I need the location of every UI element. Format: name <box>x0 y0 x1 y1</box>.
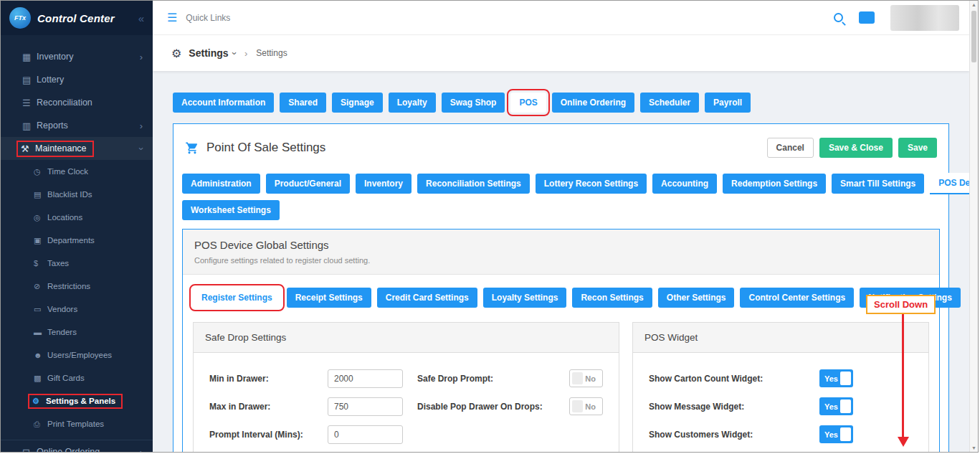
save-and-close-button[interactable]: Save & Close <box>819 138 893 158</box>
tab-pos[interactable]: POS <box>510 93 546 113</box>
sidebar-item-departments[interactable]: ▣ Departments <box>1 229 153 252</box>
tab-reconciliation-settings[interactable]: Reconciliation Settings <box>417 174 530 194</box>
min-in-drawer-input[interactable] <box>328 369 403 388</box>
tab-product-general[interactable]: Product/General <box>266 174 350 194</box>
toggle-knob <box>572 372 583 384</box>
tab-account-information[interactable]: Account Information <box>173 93 274 113</box>
tab-worksheet-settings[interactable]: Worksheet Settings <box>182 200 280 220</box>
sidebar-subitem-label: Departments <box>47 236 95 245</box>
tab-swag-shop[interactable]: Swag Shop <box>442 93 505 113</box>
sidebar-item-blacklist-ids[interactable]: ▤ Blacklist IDs <box>1 183 153 206</box>
user-menu-blurred[interactable] <box>890 5 959 31</box>
chevron-down-icon: › <box>135 147 146 150</box>
sidebar-item-lottery[interactable]: ▤ Lottery <box>1 68 153 91</box>
sidebar-item-settings-panels[interactable]: ⚙ Settings & Panels <box>1 389 153 412</box>
tab-control-center-settings[interactable]: Control Center Settings <box>740 288 854 308</box>
chevron-down-icon[interactable]: › <box>229 52 239 55</box>
sidebar-subitem-label: Restrictions <box>47 282 90 290</box>
sidebar-item-users-employees[interactable]: ☻ Users/Employees <box>1 344 153 366</box>
scrollbar-down-arrow[interactable]: ▼ <box>970 445 978 450</box>
cancel-button[interactable]: Cancel <box>767 138 814 158</box>
tab-online-ordering[interactable]: Online Ordering <box>552 93 634 113</box>
sidebar-item-tenders[interactable]: ▬ Tenders <box>1 321 153 344</box>
tab-shared[interactable]: Shared <box>280 93 326 113</box>
scroll-down-arrowhead <box>898 437 909 447</box>
hamburger-menu-icon[interactable]: ☰ <box>167 11 177 24</box>
ftx-logo-icon: FTx <box>9 7 31 29</box>
sidebar-header: FTx Control Center « <box>1 1 153 35</box>
tab-recon-settings[interactable]: Recon Settings <box>572 288 652 308</box>
tab-credit-card-settings[interactable]: Credit Card Settings <box>377 288 477 308</box>
field-label: Min in Drawer: <box>209 374 328 384</box>
breadcrumb-section[interactable]: Settings <box>189 47 228 59</box>
scrollbar-thumb[interactable] <box>971 11 976 62</box>
field-prompt-interval: Prompt Interval (Mins): <box>209 420 417 448</box>
field-label: Prompt Interval (Mins): <box>209 430 328 440</box>
sidebar-item-online-ordering[interactable]: ⊟ Online Ordering › <box>1 440 153 452</box>
tab-administration[interactable]: Administration <box>182 174 260 194</box>
app-title: Control Center <box>37 12 115 24</box>
sidebar-subitem-label: Time Clock <box>47 167 88 176</box>
max-in-drawer-input[interactable] <box>328 397 403 416</box>
sidebar-item-vendors[interactable]: ▭ Vendors <box>1 298 153 321</box>
sidebar-item-locations[interactable]: ◎ Locations <box>1 206 153 229</box>
field-show-todo-widget: Show ToDo Widget: No <box>649 448 913 452</box>
search-icon[interactable] <box>834 13 843 22</box>
disable-pop-drawer-toggle[interactable]: No <box>569 397 603 415</box>
users-icon: ☻ <box>34 351 47 359</box>
tab-payroll[interactable]: Payroll <box>705 93 751 113</box>
clock-icon: ◷ <box>34 167 47 176</box>
scrollbar-up-arrow[interactable]: ▲ <box>970 2 978 7</box>
list-icon: ▤ <box>34 190 47 199</box>
tab-accounting[interactable]: Accounting <box>652 174 717 194</box>
toggle-value: No <box>585 402 596 411</box>
field-label: Show Message Widget: <box>649 402 819 412</box>
save-button[interactable]: Save <box>898 138 937 158</box>
toggle-value: Yes <box>824 430 838 439</box>
field-label: Show Carton Count Widget: <box>649 374 819 384</box>
wrench-icon: ⚒ <box>21 143 35 154</box>
toggle-value: Yes <box>824 374 838 383</box>
sidebar-collapse-icon[interactable]: « <box>138 12 144 24</box>
show-message-toggle[interactable]: Yes <box>819 397 853 415</box>
sidebar-item-restrictions[interactable]: ⊘ Restrictions <box>1 275 153 298</box>
tab-smart-till-settings[interactable]: Smart Till Settings <box>832 174 924 194</box>
sidebar-item-reconciliation[interactable]: ☰ Reconciliation <box>1 91 153 114</box>
tab-register-settings[interactable]: Register Settings <box>193 288 281 308</box>
sidebar-subitem-label: Locations <box>47 213 82 222</box>
tab-inventory[interactable]: Inventory <box>356 174 411 194</box>
sidebar-item-reports[interactable]: ▥ Reports › <box>1 114 153 137</box>
sidebar-item-taxes[interactable]: $ Taxes <box>1 252 153 275</box>
quick-links-label[interactable]: Quick Links <box>186 13 230 23</box>
sidebar-item-label: Maintenance <box>35 143 87 153</box>
safe-drop-prompt-toggle[interactable]: No <box>569 369 603 387</box>
sidebar-item-gift-cards[interactable]: ▩ Gift Cards <box>1 366 153 389</box>
toggle-value: No <box>585 374 596 383</box>
sidebar-item-maintenance[interactable]: ⚒ Maintenance › <box>1 137 153 160</box>
tab-other-settings[interactable]: Other Settings <box>658 288 735 308</box>
field-max-in-drawer: Max in Drawer: <box>209 392 417 420</box>
tab-receipt-settings[interactable]: Receipt Settings <box>287 288 371 308</box>
tab-loyalty[interactable]: Loyalty <box>389 93 436 113</box>
tab-loyalty-settings[interactable]: Loyalty Settings <box>483 288 567 308</box>
lottery-icon: ▤ <box>22 75 37 85</box>
tab-pos-device-global-settings[interactable]: POS Device Global Settings <box>930 173 969 194</box>
topbar-right <box>834 5 959 31</box>
field-show-carton-count-widget: Show Carton Count Widget: Yes <box>649 364 913 392</box>
tab-lottery-recon-settings[interactable]: Lottery Recon Settings <box>536 174 647 194</box>
vertical-scrollbar[interactable]: ▲ ▼ <box>969 1 978 452</box>
tab-redemption-settings[interactable]: Redemption Settings <box>723 174 826 194</box>
tab-scheduler[interactable]: Scheduler <box>640 93 699 113</box>
sidebar-item-print-templates[interactable]: ⎙ Print Templates <box>1 412 153 435</box>
show-customers-toggle[interactable]: Yes <box>819 425 853 443</box>
chat-icon[interactable] <box>859 11 875 24</box>
panel-actions: Cancel Save & Close Save <box>767 138 937 158</box>
section-header: POS Device Global Settings Configure set… <box>183 230 939 275</box>
chevron-right-icon: › <box>140 52 143 62</box>
app-window: FTx Control Center « ▦ Inventory › ▤ Lot… <box>0 0 979 453</box>
show-carton-count-toggle[interactable]: Yes <box>819 369 853 387</box>
tab-signage[interactable]: Signage <box>332 93 383 113</box>
sidebar-item-time-clock[interactable]: ◷ Time Clock <box>1 160 153 183</box>
sidebar-item-inventory[interactable]: ▦ Inventory › <box>1 45 153 68</box>
prompt-interval-input[interactable] <box>328 425 403 444</box>
